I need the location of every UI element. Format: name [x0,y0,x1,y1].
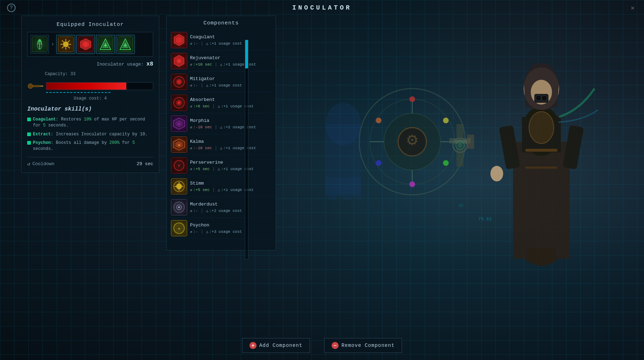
comp-stats-perserverine: ↺ :+5 sec | △ :+1 usage cost [190,167,271,171]
cooldown-label: ↺ Cooldown [27,161,54,167]
close-button[interactable]: ✕ [628,4,637,12]
stat-cooldown-py: ↺ :- [190,230,198,234]
stat-cooldown: ↺ :- [190,41,198,46]
comp-name-stimm: Stimm [190,181,271,186]
stat-cooldown-md: ↺ :- [190,209,198,213]
stat-usage-r: △ :+1 usage cost [220,62,256,67]
inoculator-slots: › [27,32,153,57]
skill-name-extract: Extract [33,132,51,137]
component-icon-absorbent [171,95,187,111]
comp-stats-coagulant: ↺ :- | △ :+1 usage cost [190,41,271,46]
stat-usage-md: △ :+2 usage cost [206,209,242,213]
component-info-morphia: Morphia ↺ :-10 sec | △ :+2 usage cost [190,118,271,130]
component-stimm[interactable]: Stimm ↺ :+5 sec | △ :+1 usage cost [169,176,273,197]
component-morphia[interactable]: ✦ Morphia ↺ :-10 sec | △ :+2 usage cost [169,113,273,134]
skills-title: Inoculator skill(s) [27,106,153,112]
comp-stats-mitigator: ↺ :- | △ :+1 usage cost [190,83,271,88]
slot-main[interactable] [30,35,49,54]
component-info-mitigator: Mitigator ↺ :- | △ :+1 usage cost [190,76,271,88]
component-icon-kalma: ✺ [171,136,187,153]
scroll-indicator[interactable] [245,40,248,259]
capacity-bar-bg [46,82,153,90]
comp-name-perserverine: Perserverine [190,160,271,165]
skill-text-coagulant: Coagulant: Restores 10% of max HP per se… [33,117,153,129]
comp-stats-rejuvenator: ↺ :+10 sec | △ :+1 usage cost [190,62,271,67]
content-area: Equipped Inoculator [0,16,644,360]
skills-section: Inoculator skill(s) Coagulant: Restores … [27,106,153,152]
component-perserverine[interactable]: ⚡ Perserverine ↺ :+5 sec | △ :+1 usage c… [169,155,273,176]
scroll-thumb[interactable] [245,40,248,68]
component-mitigator[interactable]: Mitigator ↺ :- | △ :+1 usage cost [169,72,273,92]
left-panel: Equipped Inoculator [21,16,159,173]
comp-stats-psychon: ↺ :- | △ :+3 usage cost [190,229,271,234]
capacity-bar-wrap [46,82,153,90]
comp-name-absorbent: Absorbent [190,97,271,102]
help-button[interactable]: ? [7,4,16,12]
svg-point-43 [63,41,69,47]
svg-line-48 [62,40,64,42]
component-rejuvenator[interactable]: Rejuvenator ↺ :+10 sec | △ :+1 usage cos… [169,51,273,72]
comp-name-kalma: Kalma [190,139,271,144]
component-info-rejuvenator: Rejuvenator ↺ :+10 sec | △ :+1 usage cos… [190,55,271,67]
component-absorbent[interactable]: Absorbent ↺ :+6 sec | △ :+1 usage cost [169,92,273,113]
svg-point-54 [84,42,88,46]
svg-point-77 [178,101,180,104]
skill-psychon: Psychon: Boosts all damage by 200% for 5… [27,140,153,152]
close-icon: ✕ [631,4,635,12]
help-icon: ? [10,5,13,11]
skill-extract: Extract: Increases Inoculator capacity b… [27,131,153,137]
slot-red[interactable] [76,35,95,54]
skill-bullet [27,118,31,121]
main-window: ? INOCULATOR ✕ Equipped Inoculator [0,0,644,360]
component-coagulant[interactable]: Coagulant ↺ :- | △ :+1 usage cost [169,30,273,51]
add-component-button[interactable]: Add Component [242,338,310,353]
comp-name-morphia: Morphia [190,118,271,123]
usage-count: x8 [146,61,153,67]
svg-point-71 [178,60,180,62]
svg-point-94 [178,206,180,208]
coagulant-val2: 5 [43,123,46,128]
component-murderdust[interactable]: Murderdust ↺ :- | △ :+2 usage cost [169,197,273,218]
coagulant-val1: 10% [84,117,92,122]
stat-usage-mo: △ :+2 usage cost [220,125,256,129]
capacity-bar-container [27,78,153,94]
component-info-kalma: Kalma ↺ :-10 sec | △ :+1 usage cost [190,139,271,151]
psychon-val2: 5 [132,140,135,145]
components-panel: Components Coagulant ↺ :- | △ :+1 usage … [166,16,276,251]
component-info-absorbent: Absorbent ↺ :+6 sec | △ :+1 usage cost [190,97,271,109]
components-title: Components [169,20,273,26]
stat-usage: △ :+1 usage cost [206,41,242,46]
component-psychon[interactable]: ✦ Psychon ↺ :- | △ :+3 usage cost [169,218,273,239]
comp-name-psychon: Psychon [190,223,271,228]
comp-name-rejuvenator: Rejuvenator [190,55,271,61]
component-info-murderdust: Murderdust ↺ :- | △ :+2 usage cost [190,202,271,213]
capacity-label: Capacity: 33 [45,72,153,77]
svg-line-51 [62,46,64,48]
comp-stats-absorbent: ↺ :+6 sec | △ :+1 usage cost [190,104,271,109]
slot-green2[interactable] [116,35,134,54]
slot-green1[interactable] [96,35,115,54]
bottom-bar: Add Component Remove Component [0,338,644,353]
svg-line-49 [68,46,70,48]
remove-component-button[interactable]: Remove Component [324,338,402,353]
stat-cooldown-r: ↺ :+10 sec [190,62,212,67]
slot-arrow: › [51,41,54,47]
cooldown-text: Cooldown [32,161,54,167]
capacity-usage-indicator [46,92,110,93]
component-icon-morphia: ✦ [171,116,187,132]
component-kalma[interactable]: ✺ Kalma ↺ :-10 sec | △ :+1 usage cost [169,134,273,155]
slot-icon-green2 [117,36,133,52]
component-icon-murderdust [171,199,187,215]
component-icon-mitigator [171,74,187,90]
remove-component-label: Remove Component [341,343,395,348]
components-list[interactable]: Coagulant ↺ :- | △ :+1 usage cost R [169,30,273,246]
stat-usage-k: △ :+1 usage cost [220,146,256,150]
slot-sun[interactable] [57,35,75,54]
usage-row: Inoculator usage: x8 [27,61,153,67]
slot-icon-green1 [98,36,113,52]
comp-name-coagulant: Coagulant [190,34,271,40]
stat-cooldown-st: ↺ :+5 sec [190,188,209,192]
usage-label: Inoculator usage: [97,62,144,67]
svg-point-74 [177,80,181,84]
svg-text:✦: ✦ [178,226,180,231]
